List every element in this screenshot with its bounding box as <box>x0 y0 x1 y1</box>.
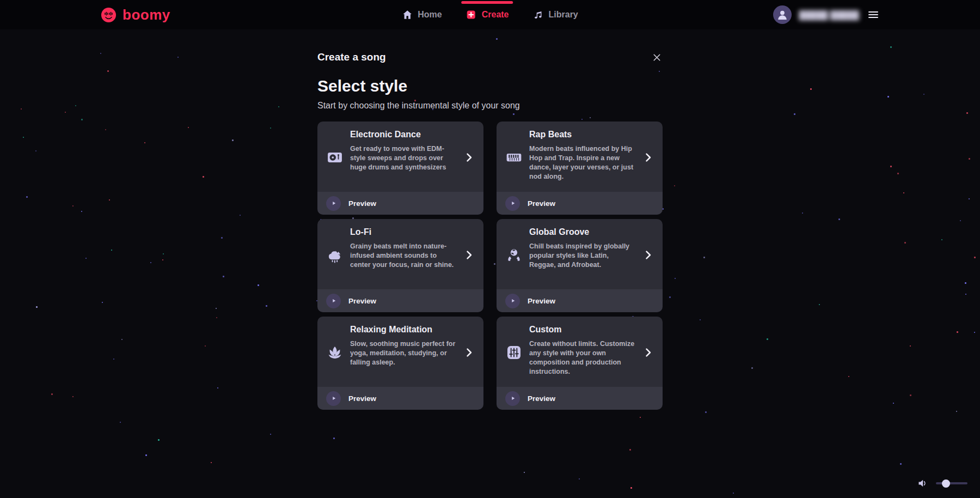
music-note-icon <box>533 9 544 20</box>
preview-button[interactable]: Preview <box>317 289 483 312</box>
nav-tab-label: Library <box>549 10 578 20</box>
brand[interactable]: boomy <box>100 7 170 23</box>
style-card-body[interactable]: Lo-Fi Grainy beats melt into nature-infu… <box>317 219 483 289</box>
active-tab-indicator <box>462 1 513 4</box>
nav-tab-home[interactable]: Home <box>402 0 442 29</box>
person-icon <box>776 7 789 23</box>
preview-button[interactable]: Preview <box>317 387 483 410</box>
style-card-lo-fi[interactable]: Lo-Fi Grainy beats melt into nature-infu… <box>317 219 483 312</box>
boomy-logo-icon <box>100 7 117 23</box>
plus-icon <box>466 9 477 20</box>
sliders-icon <box>505 344 523 361</box>
turntable-icon <box>326 149 344 166</box>
style-card-rap-beats[interactable]: Rap Beats Modern beats influenced by Hip… <box>497 122 663 215</box>
volume-slider-thumb[interactable] <box>942 479 950 488</box>
preview-button[interactable]: Preview <box>497 289 663 312</box>
preview-button[interactable]: Preview <box>317 192 483 215</box>
play-icon <box>505 196 520 211</box>
preview-button[interactable]: Preview <box>497 192 663 215</box>
style-card-description: Chill beats inspired by globally popular… <box>529 242 635 270</box>
chevron-right-icon <box>463 249 475 261</box>
style-card-relaxing-meditation[interactable]: Relaxing Meditation Slow, soothing music… <box>317 317 483 410</box>
style-card-description: Grainy beats melt into nature-infused am… <box>350 242 456 270</box>
create-song-modal: Create a song Select style Start by choo… <box>317 51 663 410</box>
speaker-icon[interactable] <box>917 477 929 489</box>
preview-button[interactable]: Preview <box>497 387 663 410</box>
style-card-body[interactable]: Relaxing Meditation Slow, soothing music… <box>317 317 483 387</box>
style-card-global-groove[interactable]: Global Groove Chill beats inspired by gl… <box>497 219 663 312</box>
modal-title: Create a song <box>317 51 386 63</box>
close-icon[interactable] <box>651 52 663 63</box>
style-card-title: Custom <box>529 324 635 336</box>
lotus-icon <box>326 344 344 361</box>
style-cards-grid: Electronic Dance Get ready to move with … <box>317 122 663 410</box>
select-style-heading: Select style <box>317 77 663 95</box>
style-card-body[interactable]: Global Groove Chill beats inspired by gl… <box>497 219 663 289</box>
chevron-right-icon <box>463 151 475 163</box>
avatar <box>773 5 792 24</box>
play-icon <box>326 196 341 211</box>
style-card-description: Slow, soothing music perfect for yoga, m… <box>350 339 456 367</box>
nav-right: █████ █████ <box>773 5 880 24</box>
select-style-subheading: Start by choosing the instrumental style… <box>317 101 663 111</box>
nav-tabs: HomeCreateLibrary <box>402 0 578 29</box>
play-icon <box>326 294 341 308</box>
style-card-title: Rap Beats <box>529 129 635 141</box>
style-card-description: Get ready to move with EDM-style sweeps … <box>350 144 456 172</box>
chevron-right-icon <box>642 347 654 359</box>
volume-control <box>917 477 967 489</box>
nav-tab-label: Create <box>482 10 509 20</box>
style-card-title: Electronic Dance <box>350 129 456 141</box>
volume-slider[interactable] <box>936 479 967 488</box>
username: █████ █████ <box>799 10 859 20</box>
modal-header: Create a song <box>317 51 663 63</box>
style-card-title: Relaxing Meditation <box>350 324 456 336</box>
globe-hands-icon <box>505 246 523 264</box>
style-card-description: Create without limits. Customize any sty… <box>529 339 635 376</box>
brand-name: boomy <box>122 7 170 23</box>
style-card-electronic-dance[interactable]: Electronic Dance Get ready to move with … <box>317 122 483 215</box>
style-card-body[interactable]: Rap Beats Modern beats influenced by Hip… <box>497 122 663 192</box>
chevron-right-icon <box>642 151 654 163</box>
nav-tab-library[interactable]: Library <box>533 0 578 29</box>
top-nav: boomy HomeCreateLibrary █████ █████ <box>0 0 980 29</box>
style-card-body[interactable]: Electronic Dance Get ready to move with … <box>317 122 483 192</box>
user-menu[interactable]: █████ █████ <box>773 5 859 24</box>
style-card-title: Lo-Fi <box>350 226 456 238</box>
style-card-title: Global Groove <box>529 226 635 238</box>
menu-icon[interactable] <box>867 8 880 21</box>
volume-slider-track <box>936 482 967 484</box>
play-icon <box>505 294 520 308</box>
chevron-right-icon <box>642 249 654 261</box>
style-card-custom[interactable]: Custom Create without limits. Customize … <box>497 317 663 410</box>
nav-tab-create[interactable]: Create <box>466 0 509 29</box>
style-card-description: Modern beats influenced by Hip Hop and T… <box>529 144 635 181</box>
home-icon <box>402 9 413 20</box>
style-card-body[interactable]: Custom Create without limits. Customize … <box>497 317 663 387</box>
play-icon <box>326 391 341 406</box>
play-icon <box>505 391 520 406</box>
cloud-rain-icon <box>326 246 344 264</box>
chevron-right-icon <box>463 347 475 359</box>
piano-keys-icon <box>505 149 523 166</box>
nav-tab-label: Home <box>418 10 442 20</box>
